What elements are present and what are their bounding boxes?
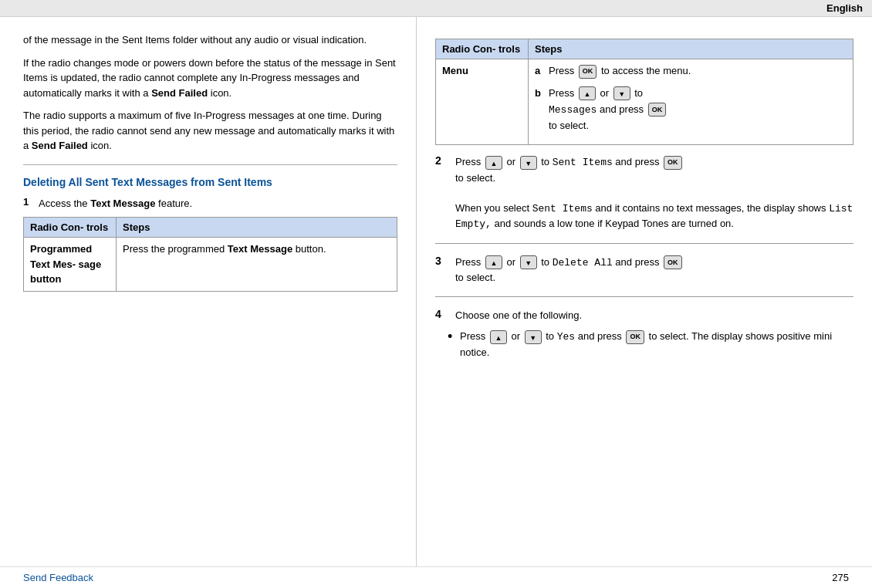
step1-number: 1 [23, 196, 39, 208]
table-row: Programmed Text Mes- sage button Press t… [24, 238, 397, 292]
arrow-down-icon-b1 [525, 330, 542, 344]
td-radio-control: Programmed Text Mes- sage button [24, 238, 117, 292]
divider1 [23, 164, 397, 165]
ok-icon-b1: OK [626, 330, 644, 344]
table-right-main: Radio Con- trols Steps Menu a Press OK t… [435, 39, 853, 145]
arrow-down-icon-2 [520, 156, 537, 170]
table-header-row: Radio Con- trols Steps [24, 218, 397, 238]
step1-content: Access the Text Message feature. [39, 196, 192, 211]
ok-icon-2: OK [664, 156, 682, 170]
ok-icon-3: OK [664, 255, 682, 269]
footer: Send Feedback 275 [0, 566, 872, 588]
sub-row-b: b Press or to Messages and press OK to s… [535, 86, 847, 134]
delete-all-label: Delete All [553, 257, 613, 269]
right-column: Radio Con- trols Steps Menu a Press OK t… [417, 17, 872, 588]
sub-row-a: a Press OK to access the menu. [535, 63, 847, 79]
yes-label: Yes [557, 331, 575, 343]
top-bar: English [0, 0, 872, 17]
divider-right-1 [435, 243, 853, 244]
text-message-bold: Text Message [90, 198, 155, 209]
bullet1-content: Press or to Yes and press OK to select. … [460, 329, 853, 360]
table-left: Radio Con- trols Steps Programmed Text M… [23, 217, 397, 292]
td-steps: Press the programmed Text Message button… [117, 238, 397, 292]
bullet1-row: • Press or to Yes and press OK to select… [435, 329, 853, 360]
th-radio-controls-right: Radio Con- trols [436, 39, 529, 59]
arrow-up-icon-3 [485, 255, 502, 269]
para2: If the radio changes mode or powers down… [23, 56, 397, 101]
divider-right-2 [435, 296, 853, 297]
sub-a-label: a [535, 63, 549, 79]
left-column: of the message in the Sent Items folder … [0, 17, 417, 588]
td-menu-steps: a Press OK to access the menu. b Press [529, 59, 853, 145]
th-steps-right: Steps [529, 39, 853, 59]
send-feedback-link[interactable]: Send Feedback [23, 572, 93, 583]
main-content: of the message in the Sent Items folder … [0, 17, 872, 588]
language-label: English [826, 2, 863, 14]
para3: The radio supports a maximum of five In-… [23, 108, 397, 154]
td-menu: Menu [436, 59, 529, 145]
sent-items-label: Sent Items [553, 157, 613, 168]
table-right-header-row: Radio Con- trols Steps [436, 39, 853, 59]
step2-content: Press or to Sent Items and press OK to s… [455, 154, 853, 232]
step4-content: Choose one of the following. [455, 308, 582, 323]
arrow-up-icon-b [579, 86, 596, 100]
step1-row: 1 Access the Text Message feature. [23, 196, 397, 211]
page-number: 275 [832, 572, 849, 583]
text-message-label: Text Message [228, 243, 292, 255]
arrow-up-icon-2 [485, 156, 502, 170]
step2-number: 2 [435, 154, 451, 167]
arrow-down-icon-3 [520, 255, 537, 269]
th-steps: Steps [117, 218, 397, 238]
step4-row: 4 Choose one of the following. [435, 308, 853, 323]
th-radio-controls: Radio Con- trols [24, 218, 117, 238]
menu-row: Menu a Press OK to access the menu. [436, 59, 853, 145]
bold-send: Send Failed [151, 87, 208, 99]
step4-number: 4 [435, 308, 451, 320]
ok-button-icon-a: OK [579, 65, 597, 79]
step3-number: 3 [435, 255, 451, 267]
step2-row: 2 Press or to Sent Items and press OK to… [435, 154, 853, 232]
arrow-up-icon-b1 [490, 330, 507, 344]
para1: of the message in the Sent Items folder … [23, 32, 397, 48]
step3-content: Press or to Delete All and press OK to s… [455, 255, 684, 286]
bold-send-failed: Send Failed [32, 140, 88, 151]
ok-button-icon-b: OK [648, 103, 667, 117]
step3-row: 3 Press or to Delete All and press OK to… [435, 255, 853, 286]
page: English of the message in the Sent Items… [0, 0, 872, 588]
bullet-dot-1: • [448, 329, 460, 346]
list-empty-label: List Empty, [455, 203, 853, 231]
messages-label: Messages [549, 104, 597, 116]
sub-b-content: Press or to Messages and press OK to sel… [549, 86, 668, 134]
section-heading: Deleting All Sent Text Messages from Sen… [23, 176, 397, 188]
arrow-down-icon-b [613, 86, 630, 100]
sub-b-label: b [535, 86, 549, 101]
sub-a-content: Press OK to access the menu. [549, 63, 691, 79]
sent-items-note: Sent Items [532, 203, 593, 215]
